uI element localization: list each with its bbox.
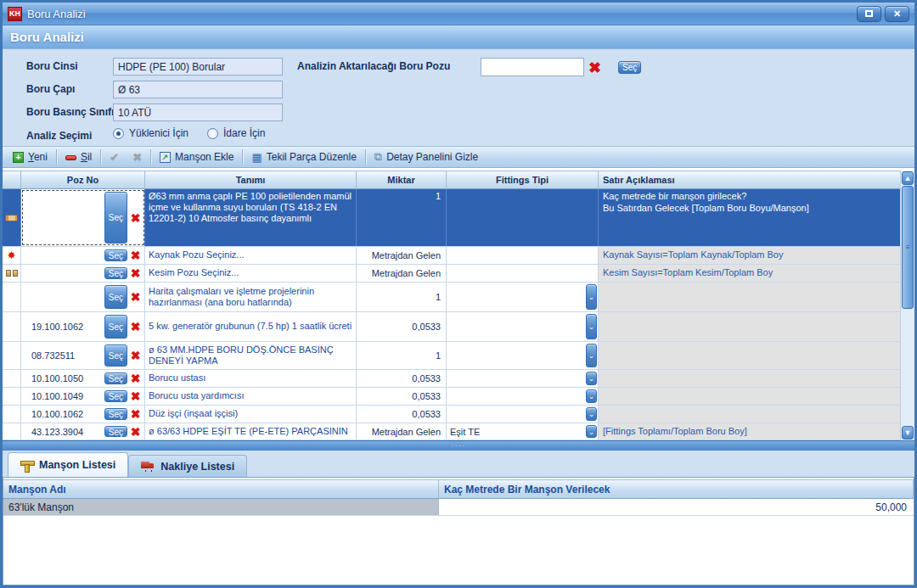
miktar-cell[interactable]: Metrajdan Gelen (357, 265, 447, 282)
fittings-tipi-cell[interactable] (447, 247, 599, 264)
miktar-cell[interactable]: 1 (357, 342, 447, 369)
horizontal-scrollbar[interactable]: ∙∙∙∙ (3, 440, 914, 451)
fittings-tipi-cell[interactable] (447, 189, 599, 246)
chevron-down-icon[interactable]: ⌄ (586, 314, 597, 339)
tanimi-cell[interactable]: Kaynak Pozu Seçiniz... (145, 247, 357, 264)
boru-capi-field[interactable]: Ø 63 (113, 81, 283, 98)
poz-no-cell[interactable]: Seç✖ (21, 247, 145, 264)
miktar-cell[interactable]: 0,0533 (357, 406, 447, 423)
sil-button[interactable]: Sil (59, 149, 98, 165)
table-row[interactable]: 10.100.1050Seç✖Borucu ustası0,0533⌄ (3, 370, 905, 388)
cancel-button[interactable]: ✖ (126, 149, 149, 165)
target-poz-clear-icon[interactable]: ✖ (588, 60, 601, 76)
table-row[interactable]: Seç✖Kesim Pozu Seçiniz...Metrajdan Gelen… (3, 265, 905, 283)
tanimi-cell[interactable]: Borucu ustası (145, 370, 357, 387)
poz-no-cell[interactable]: 10.100.1050Seç✖ (21, 370, 145, 387)
sec-button[interactable]: Seç (104, 426, 127, 437)
tanimi-cell[interactable]: 5 kw. generatör grubunun (7.5 hp) 1 saat… (145, 312, 357, 341)
manson-list-row[interactable]: 63'lük Manşon 50,000 (3, 499, 914, 516)
sec-button[interactable]: Seç (104, 344, 127, 367)
boru-basinc-field[interactable]: 10 ATÜ (113, 104, 283, 121)
table-row[interactable]: Seç✖Ø63 mm anma çaplı PE 100 polietilend… (3, 189, 905, 247)
col-tanimi-header[interactable]: Tanımı (145, 171, 357, 189)
miktar-cell[interactable]: 0,0533 (357, 370, 447, 387)
radio-yuklenici[interactable] (113, 128, 124, 139)
poz-no-cell[interactable]: 10.100.1049Seç✖ (21, 388, 145, 405)
row-delete-icon[interactable]: ✖ (128, 426, 143, 438)
fittings-tipi-cell[interactable]: ⌄ (447, 312, 599, 341)
row-delete-icon[interactable]: ✖ (128, 267, 143, 279)
fittings-tipi-cell[interactable]: ⌄ (447, 283, 599, 311)
sec-button[interactable]: Seç (104, 390, 127, 402)
chevron-down-icon[interactable]: ⌄ (586, 372, 597, 385)
scrollbar-thumb[interactable]: ≡ (902, 186, 914, 309)
boru-cinsi-field[interactable]: HDPE (PE 100) Borular (113, 58, 283, 76)
table-row[interactable]: 10.100.1062Seç✖Düz işçi (inşaat işçisi)0… (3, 406, 905, 423)
row-delete-icon[interactable]: ✖ (128, 321, 143, 333)
chevron-down-icon[interactable]: ⌄ (586, 344, 597, 367)
miktar-cell[interactable]: 1 (357, 189, 447, 246)
poz-no-cell[interactable]: Seç✖ (21, 265, 145, 282)
tab-nakliye-listesi[interactable]: Nakliye Listesi (128, 455, 247, 477)
miktar-cell[interactable]: 0,0533 (357, 388, 447, 405)
poz-no-cell[interactable]: 10.100.1062Seç✖ (21, 406, 145, 423)
sec-button[interactable]: Seç (104, 372, 127, 384)
fittings-tipi-cell[interactable]: ⌄ (447, 370, 599, 387)
radio-idare[interactable] (207, 128, 218, 139)
poz-no-cell[interactable]: Seç✖ (21, 189, 145, 246)
col-pozno-header[interactable]: Poz No (21, 171, 145, 189)
sec-button[interactable]: Seç (104, 315, 127, 339)
row-delete-icon[interactable]: ✖ (128, 249, 143, 261)
tab-manson-listesi[interactable]: Manşon Listesi (8, 452, 128, 477)
fittings-tipi-cell[interactable]: ⌄ (447, 388, 599, 405)
tanimi-cell[interactable]: Ø63 mm anma çaplı PE 100 polietilenden m… (145, 189, 357, 246)
scroll-down-icon[interactable]: ▼ (902, 426, 914, 440)
manson-adi-header[interactable]: Manşon Adı (3, 479, 439, 499)
scroll-up-icon[interactable]: ▲ (902, 171, 914, 185)
tanimi-cell[interactable]: ø 63 MM.HDPE BORU DÖŞ.ÖNCE BASINÇ DENEYİ… (145, 342, 357, 369)
poz-no-cell[interactable]: 19.100.1062Seç✖ (21, 312, 145, 341)
table-row[interactable]: ✸Seç✖Kaynak Pozu Seçiniz...Metrajdan Gel… (3, 247, 905, 265)
sec-button[interactable]: Seç (104, 267, 127, 279)
tanimi-cell[interactable]: ø 63/63 HDPE EŞİT TE (PE-ETE) PARÇASININ (145, 423, 357, 440)
miktar-cell[interactable]: 1 (357, 283, 447, 311)
row-delete-icon[interactable]: ✖ (128, 212, 143, 224)
manson-ekle-button[interactable]: ↗ Manşon Ekle (153, 149, 240, 165)
manson-adi-cell[interactable]: 63'lük Manşon (3, 499, 439, 515)
chevron-down-icon[interactable]: ⌄ (586, 407, 597, 421)
sec-button[interactable]: Seç (104, 192, 127, 244)
table-row[interactable]: 08.732511Seç✖ø 63 MM.HDPE BORU DÖŞ.ÖNCE … (3, 342, 905, 370)
detay-paneli-button[interactable]: ⧉ Detay Panelini Gizle (368, 148, 485, 165)
target-poz-sec-button[interactable]: Seç (618, 61, 641, 74)
fittings-tipi-cell[interactable]: ⌄ (447, 406, 599, 423)
tanimi-cell[interactable]: Harita çalışmaları ve işletme projelerin… (145, 283, 357, 311)
row-delete-icon[interactable]: ✖ (128, 372, 143, 384)
sec-button[interactable]: Seç (104, 249, 127, 261)
row-delete-icon[interactable]: ✖ (128, 408, 143, 420)
close-window-button[interactable]: ✕ (885, 6, 909, 22)
miktar-cell[interactable]: Metrajdan Gelen (357, 423, 447, 440)
col-aciklama-header[interactable]: Satır Açıklaması (599, 171, 905, 189)
table-row[interactable]: 10.100.1049Seç✖Borucu usta yardımcısı0,0… (3, 388, 905, 406)
chevron-down-icon[interactable]: ⌄ (586, 425, 597, 438)
confirm-button[interactable]: ✔ (103, 149, 126, 165)
fittings-tipi-cell[interactable]: Eşit TE⌄ (447, 423, 599, 440)
poz-no-cell[interactable]: 08.732511Seç✖ (21, 342, 145, 369)
tanimi-cell[interactable]: Düz işçi (inşaat işçisi) (145, 406, 357, 423)
fittings-tipi-cell[interactable] (447, 265, 599, 282)
kac-metrede-cell[interactable]: 50,000 (439, 499, 914, 515)
tanimi-cell[interactable]: Kesim Pozu Seçiniz... (145, 265, 357, 282)
vertical-scrollbar[interactable]: ▲ ≡ ▼ (900, 171, 914, 440)
table-row[interactable]: 43.123.3904Seç✖ø 63/63 HDPE EŞİT TE (PE-… (3, 423, 905, 440)
col-miktar-header[interactable]: Miktar (357, 171, 447, 189)
table-row[interactable]: 19.100.1062Seç✖5 kw. generatör grubunun … (3, 312, 905, 342)
miktar-cell[interactable]: 0,0533 (357, 312, 447, 341)
row-delete-icon[interactable]: ✖ (128, 291, 143, 303)
poz-no-cell[interactable]: 43.123.3904Seç✖ (21, 423, 145, 440)
poz-no-cell[interactable]: Seç✖ (21, 283, 145, 311)
col-fittings-header[interactable]: Fittings Tipi (447, 171, 599, 189)
yeni-button[interactable]: + Yeni (6, 149, 54, 165)
table-row[interactable]: Seç✖Harita çalışmaları ve işletme projel… (3, 283, 905, 312)
row-delete-icon[interactable]: ✖ (128, 350, 143, 361)
kac-metrede-header[interactable]: Kaç Metrede Bir Manşon Verilecek (439, 479, 914, 499)
